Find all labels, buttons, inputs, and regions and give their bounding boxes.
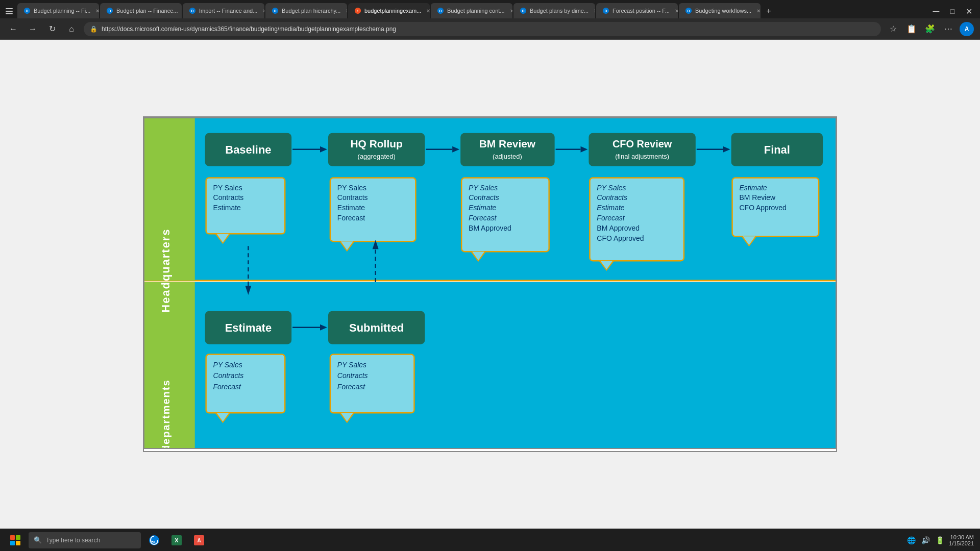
- tab-close[interactable]: ✕: [426, 8, 430, 14]
- svg-text:D: D: [687, 9, 690, 13]
- search-icon: 🔍: [34, 536, 42, 544]
- cforeview-d2: Contracts: [597, 193, 627, 202]
- est-det-d1: PY Sales: [213, 361, 242, 369]
- submitted-label: Submitted: [349, 321, 404, 334]
- cforeview-d1: PY Sales: [597, 184, 626, 192]
- date-display: 1/15/2021: [949, 540, 974, 546]
- home-button[interactable]: ⌂: [64, 22, 79, 36]
- cfo-review-label: CFO Review: [612, 138, 672, 149]
- tab-budgeting-workflows[interactable]: D Budgeting workflows... ✕: [679, 3, 761, 18]
- tab-hierarchy[interactable]: D Budget plan hierarchy... ✕: [265, 3, 347, 18]
- tab-label: Budget plans by dime...: [530, 8, 589, 14]
- tab-label: Budgeting workflows...: [695, 8, 751, 14]
- tab-label: Import -- Finance and...: [199, 8, 257, 14]
- taskbar-app3-icon[interactable]: A: [190, 531, 208, 549]
- tab-close[interactable]: ✕: [95, 8, 99, 14]
- hqrollup-d3: Estimate: [337, 204, 365, 212]
- url-text: https://docs.microsoft.com/en-us/dynamic…: [102, 26, 396, 33]
- back-button[interactable]: ←: [6, 22, 20, 36]
- final-d2: BM Review: [740, 193, 776, 202]
- taskbar-excel-icon[interactable]: X: [167, 531, 186, 549]
- estimate-label: Estimate: [225, 321, 272, 334]
- baseline-label: Baseline: [225, 143, 271, 156]
- network-icon[interactable]: 🌐: [906, 535, 916, 545]
- svg-text:D: D: [274, 9, 276, 13]
- maximize-button[interactable]: □: [945, 4, 960, 18]
- est-det-d2: Contracts: [213, 371, 244, 380]
- tab-planning-cont[interactable]: D Budget planning cont... ✕: [431, 3, 512, 18]
- tab-close[interactable]: ✕: [346, 8, 347, 14]
- final-d1: Estimate: [740, 184, 767, 192]
- tab-bar: D Budget planning -- Fi... ✕ D Budget pl…: [0, 0, 980, 18]
- browser-menu-icon[interactable]: [4, 4, 14, 18]
- tab-import[interactable]: D Import -- Finance and... ✕: [183, 3, 264, 18]
- address-bar-row: ← → ↻ ⌂ 🔒 https://docs.microsoft.com/en-…: [0, 18, 980, 40]
- cforeview-d4: Forecast: [597, 214, 625, 222]
- new-tab-button[interactable]: +: [762, 4, 776, 18]
- diagram-svg: Headquarters Sales departments Baseline …: [144, 117, 836, 449]
- tab-close[interactable]: ✕: [594, 8, 595, 14]
- tab-forecast-position[interactable]: D Forecast position -- F... ✕: [596, 3, 678, 18]
- svg-text:D: D: [522, 9, 524, 13]
- tab-close[interactable]: ✕: [262, 8, 264, 14]
- close-window-button[interactable]: ✕: [962, 4, 976, 18]
- sub-det-d3: Forecast: [337, 383, 365, 391]
- sub-det-d1: PY Sales: [337, 361, 366, 369]
- tab-label: Budget plan hierarchy...: [282, 8, 340, 14]
- tab-budget-plan[interactable]: D Budget plan -- Finance... ✕: [100, 3, 182, 18]
- refresh-button[interactable]: ↻: [45, 22, 59, 36]
- lock-icon: 🔒: [90, 26, 97, 33]
- hq-rollup-label: HQ Rollup: [351, 138, 403, 149]
- bmreview-d2: Contracts: [469, 193, 499, 202]
- final-label: Final: [764, 143, 790, 156]
- start-button[interactable]: [6, 531, 24, 549]
- search-placeholder: Type here to search: [46, 537, 100, 544]
- baseline-d3: Estimate: [213, 204, 241, 212]
- clock-widget[interactable]: 10:30 AM 1/15/2021: [949, 534, 974, 546]
- tab-close[interactable]: ✕: [675, 8, 678, 14]
- diagram-container: Headquarters Sales departments Baseline …: [143, 116, 837, 452]
- forward-button[interactable]: →: [26, 22, 40, 36]
- cfo-review-sub: (final adjustments): [615, 153, 669, 160]
- taskbar: 🔍 Type here to search X A 🌐 🔊: [0, 529, 980, 551]
- tab-label: Forecast position -- F...: [612, 8, 670, 14]
- tab-label: Budget planning cont...: [447, 8, 505, 14]
- svg-text:X: X: [175, 537, 179, 543]
- cforeview-d6: CFO Approved: [597, 234, 644, 242]
- time-display: 10:30 AM: [949, 534, 974, 540]
- bmreview-d1: PY Sales: [469, 184, 498, 192]
- tab-active-schema[interactable]: ! budgetplanningexam... ✕: [348, 3, 430, 18]
- est-det-d3: Forecast: [213, 383, 241, 391]
- tab-budget-planning[interactable]: D Budget planning -- Fi... ✕: [17, 3, 99, 18]
- battery-icon[interactable]: 🔋: [935, 535, 945, 545]
- browser-frame: D Budget planning -- Fi... ✕ D Budget pl…: [0, 0, 980, 551]
- settings-icon[interactable]: ⋯: [941, 22, 955, 36]
- taskbar-search[interactable]: 🔍 Type here to search: [29, 532, 141, 548]
- cforeview-d3: Estimate: [597, 204, 624, 212]
- extensions-icon[interactable]: 🧩: [923, 22, 937, 36]
- svg-text:D: D: [26, 9, 28, 13]
- svg-text:D: D: [191, 9, 193, 13]
- tab-label: Budget planning -- Fi...: [34, 8, 90, 14]
- taskbar-right: 🌐 🔊 🔋 10:30 AM 1/15/2021: [906, 534, 974, 546]
- cforeview-d5: BM Approved: [597, 224, 640, 232]
- svg-text:D: D: [439, 9, 442, 13]
- final-d3: CFO Approved: [740, 204, 787, 212]
- baseline-d2: Contracts: [213, 193, 244, 202]
- taskbar-edge-icon[interactable]: [145, 531, 163, 549]
- favorites-icon[interactable]: ☆: [886, 22, 900, 36]
- collections-icon[interactable]: 📋: [904, 22, 919, 36]
- tab-close[interactable]: ✕: [510, 8, 512, 14]
- volume-icon[interactable]: 🔊: [920, 535, 930, 545]
- bmreview-d3: Estimate: [469, 204, 496, 212]
- toolbar-icons: ☆ 📋 🧩 ⋯ A: [886, 22, 974, 36]
- hq-rollup-sub: (aggregated): [358, 153, 396, 160]
- tab-plans-dim[interactable]: D Budget plans by dime... ✕: [513, 3, 595, 18]
- svg-rect-0: [6, 8, 13, 9]
- svg-rect-2: [6, 13, 13, 14]
- minimize-button[interactable]: ─: [929, 4, 943, 18]
- tab-close[interactable]: ✕: [756, 8, 761, 14]
- address-bar[interactable]: 🔒 https://docs.microsoft.com/en-us/dynam…: [84, 22, 881, 36]
- hq-label: Headquarters: [159, 228, 172, 312]
- profile-avatar[interactable]: A: [960, 22, 974, 36]
